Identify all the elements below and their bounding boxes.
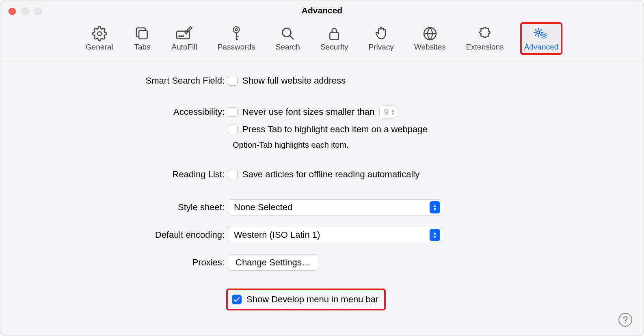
tab-advanced[interactable]: Advanced <box>522 24 561 53</box>
chevron-up-down-icon: ▲▼ <box>391 109 395 115</box>
develop-menu-checkbox[interactable] <box>232 295 242 304</box>
tab-label: General <box>86 43 113 52</box>
row-accessibility-press-tab: Press Tab to highlight each item on a we… <box>0 124 644 135</box>
key-icon <box>227 25 245 43</box>
accessibility-hint: Option-Tab highlights each item. <box>233 140 644 150</box>
tab-tabs[interactable]: Tabs <box>131 24 153 53</box>
titlebar: Advanced <box>0 0 644 21</box>
window-minimize-button[interactable] <box>22 8 29 15</box>
svg-point-7 <box>236 29 238 31</box>
min-font-checkbox[interactable] <box>228 107 238 117</box>
default-encoding-label: Default encoding: <box>0 230 228 240</box>
row-smart-search: Smart Search Field: Show full website ad… <box>0 75 644 86</box>
tab-privacy[interactable]: Privacy <box>366 24 396 53</box>
svg-point-5 <box>183 36 184 37</box>
reading-list-label: Reading List: <box>0 169 228 180</box>
change-settings-label: Change Settings… <box>236 257 311 268</box>
pencil-box-icon <box>175 25 193 43</box>
question-mark-icon: ? <box>623 314 628 325</box>
show-full-address-checkbox[interactable] <box>228 76 238 86</box>
default-encoding-value: Western (ISO Latin 1) <box>234 230 320 240</box>
tab-security[interactable]: Security <box>318 24 351 53</box>
svg-rect-9 <box>330 32 339 39</box>
svg-point-0 <box>97 32 102 36</box>
svg-rect-1 <box>139 30 148 39</box>
double-gear-icon <box>532 25 550 43</box>
default-encoding-select[interactable]: Western (ISO Latin 1) ▲▼ <box>228 227 442 243</box>
globe-icon <box>421 25 439 43</box>
tab-search[interactable]: Search <box>273 24 303 53</box>
tab-label: Passwords <box>218 43 255 52</box>
svg-point-12 <box>543 34 545 37</box>
show-full-address-text: Show full website address <box>242 75 346 86</box>
style-sheet-value: None Selected <box>234 202 292 213</box>
tab-label: Websites <box>414 43 446 52</box>
proxies-label: Proxies: <box>0 257 228 268</box>
search-icon <box>279 25 297 43</box>
reading-list-offline-text: Save articles for offline reading automa… <box>242 169 419 180</box>
svg-point-4 <box>181 36 182 37</box>
min-font-text: Never use font sizes smaller than <box>242 107 374 117</box>
content-area: Smart Search Field: Show full website ad… <box>0 59 644 309</box>
row-proxies: Proxies: Change Settings… <box>0 254 644 271</box>
row-style-sheet: Style sheet: None Selected ▲▼ <box>0 199 644 215</box>
develop-menu-highlight: Show Develop menu in menu bar <box>228 290 384 309</box>
window-close-button[interactable] <box>9 8 16 15</box>
reading-list-offline-checkbox[interactable] <box>228 170 238 179</box>
svg-point-6 <box>233 27 240 33</box>
develop-menu-text: Show Develop menu in menu bar <box>246 294 378 305</box>
min-font-value: 9 <box>384 108 388 117</box>
tab-websites[interactable]: Websites <box>412 24 448 53</box>
chevron-up-down-icon: ▲▼ <box>430 201 440 213</box>
press-tab-checkbox[interactable] <box>228 125 238 134</box>
window-zoom-button[interactable] <box>35 8 42 15</box>
tab-label: Search <box>276 43 300 52</box>
accessibility-label: Accessibility: <box>0 107 228 117</box>
gear-icon <box>91 25 108 43</box>
tab-label: Tabs <box>134 43 150 52</box>
preferences-toolbar: General Tabs AutoFill Passwords Search <box>0 21 644 59</box>
tab-label: Extensions <box>466 43 504 52</box>
preferences-window: Advanced General Tabs AutoFill Passwor <box>0 0 644 336</box>
puzzle-icon <box>476 25 494 43</box>
row-default-encoding: Default encoding: Western (ISO Latin 1) … <box>0 227 644 243</box>
row-reading-list: Reading List: Save articles for offline … <box>0 169 644 180</box>
tab-label: Security <box>320 43 348 52</box>
help-button[interactable]: ? <box>618 313 632 327</box>
smart-search-label: Smart Search Field: <box>0 75 228 86</box>
tab-label: AutoFill <box>171 43 197 52</box>
style-sheet-label: Style sheet: <box>0 202 228 213</box>
svg-point-11 <box>537 31 540 34</box>
hand-icon <box>372 25 390 43</box>
tabs-icon <box>133 25 151 43</box>
min-font-stepper[interactable]: 9 ▲▼ <box>379 106 397 118</box>
svg-point-3 <box>179 36 180 37</box>
window-title: Advanced <box>302 6 342 15</box>
style-sheet-select[interactable]: None Selected ▲▼ <box>228 199 442 215</box>
traffic-lights <box>9 8 42 15</box>
tab-general[interactable]: General <box>83 24 116 53</box>
tab-autofill[interactable]: AutoFill <box>169 24 199 53</box>
change-settings-button[interactable]: Change Settings… <box>228 254 318 271</box>
chevron-up-down-icon: ▲▼ <box>430 229 440 241</box>
row-accessibility-min-font: Accessibility: Never use font sizes smal… <box>0 106 644 118</box>
lock-icon <box>325 25 343 43</box>
tab-label: Advanced <box>524 43 559 52</box>
press-tab-text: Press Tab to highlight each item on a we… <box>242 124 428 135</box>
tab-extensions[interactable]: Extensions <box>464 24 506 53</box>
row-develop-menu: Show Develop menu in menu bar <box>0 290 644 309</box>
tab-label: Privacy <box>369 43 394 52</box>
tab-passwords[interactable]: Passwords <box>215 24 258 53</box>
